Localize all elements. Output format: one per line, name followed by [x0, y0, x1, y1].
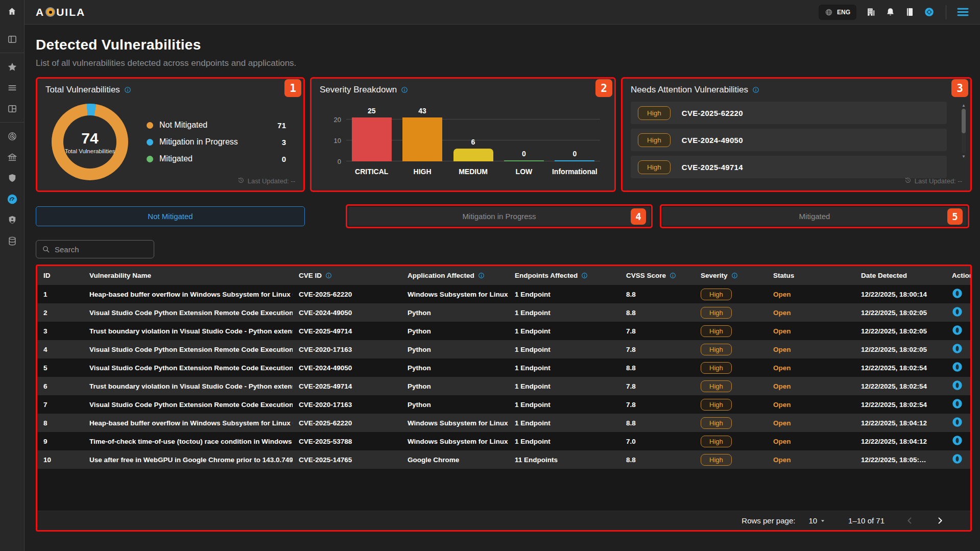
book-icon[interactable]	[905, 7, 915, 17]
sidebar-item-layout-grid[interactable]	[0, 98, 24, 119]
table-row[interactable]: 7 Visual Studio Code Python Extension Re…	[37, 395, 970, 414]
info-icon[interactable]	[325, 272, 332, 279]
view-details-eye-icon[interactable]	[952, 398, 963, 409]
sidebar-item-menu[interactable]	[0, 77, 24, 98]
view-details-eye-icon[interactable]	[952, 417, 963, 427]
tab-mitigated[interactable]: Mitigated	[662, 207, 967, 226]
app-root: A UILA ENG Detected Vulnerabilities List…	[0, 0, 980, 551]
info-icon[interactable]	[752, 86, 759, 93]
language-selector[interactable]: ENG	[819, 5, 856, 20]
cell-date-detected: 12/22/2025, 18:00:14	[855, 291, 946, 298]
view-details-eye-icon[interactable]	[952, 306, 963, 317]
view-details-eye-icon[interactable]	[952, 288, 963, 299]
sidebar-item-database[interactable]	[0, 230, 24, 251]
sidebar-item-radar[interactable]	[0, 126, 24, 147]
cell-id: 10	[37, 456, 83, 464]
cell-cvss-score: 8.8	[620, 456, 695, 464]
view-details-eye-icon[interactable]	[952, 362, 963, 372]
building-icon[interactable]	[866, 7, 876, 17]
cell-actions	[946, 343, 970, 355]
attention-item[interactable]: High CVE-2025-62220	[631, 102, 947, 124]
cell-application-affected: Python	[401, 346, 509, 353]
tab-mitigation-in-progress[interactable]: Mitigation in Progress	[348, 207, 650, 226]
scrollbar-thumb[interactable]	[962, 109, 966, 133]
sidebar-item-shield[interactable]	[0, 167, 24, 188]
y-axis-tick: 20	[328, 116, 341, 124]
cell-cvss-score: 7.8	[620, 382, 695, 390]
table-row[interactable]: 1 Heap-based buffer overflow in Windows …	[37, 285, 970, 303]
table-row[interactable]: 8 Heap-based buffer overflow in Windows …	[37, 414, 970, 432]
column-header-id: ID	[37, 272, 83, 279]
cell-vulnerability-name: Heap-based buffer overflow in Windows Su…	[83, 419, 293, 427]
legend-dot	[147, 122, 153, 129]
attention-scrollbar[interactable]: ▲ ▼	[961, 103, 967, 159]
sidebar-item-gauge[interactable]	[0, 188, 24, 209]
table-row[interactable]: 5 Visual Studio Code Python Extension Re…	[37, 358, 970, 377]
info-icon[interactable]	[478, 272, 485, 279]
legend-value: 0	[282, 155, 286, 163]
column-header-application-affected: Application Affected	[401, 272, 509, 279]
cell-date-detected: 12/22/2025, 18:02:05	[855, 327, 946, 335]
cell-id: 4	[37, 346, 83, 353]
radar-icon	[7, 131, 17, 141]
severity-badge: High	[701, 307, 732, 319]
rows-per-page-select[interactable]: 10	[808, 516, 826, 525]
table-row[interactable]: 3 Trust boundary violation in Visual Stu…	[37, 322, 970, 340]
sidebar-item-shield-user[interactable]	[0, 209, 24, 230]
column-header-cve-id: CVE ID	[293, 272, 401, 279]
search-box[interactable]	[36, 240, 154, 258]
table-row[interactable]: 2 Visual Studio Code Python Extension Re…	[37, 303, 970, 322]
severity-badge: High	[701, 362, 732, 374]
table-pagination: Rows per page: 10 1–10 of 71	[37, 511, 970, 530]
page-subtitle: List of all vulnerabilities detected acr…	[36, 58, 972, 68]
info-icon[interactable]	[731, 272, 738, 279]
scrollbar-track[interactable]	[962, 109, 966, 153]
hamburger-menu-icon[interactable]	[956, 5, 970, 19]
history-clock-icon	[237, 177, 245, 185]
severity-badge: High	[638, 160, 671, 174]
cell-cvss-score: 7.8	[620, 401, 695, 409]
view-details-eye-icon[interactable]	[952, 343, 963, 354]
info-icon[interactable]	[401, 86, 408, 93]
previous-page-button[interactable]	[905, 516, 915, 525]
search-input[interactable]	[55, 245, 148, 254]
cell-id: 1	[37, 291, 83, 298]
table-row[interactable]: 4 Visual Studio Code Python Extension Re…	[37, 340, 970, 358]
table-row[interactable]: 6 Trust boundary violation in Visual Stu…	[37, 377, 970, 395]
sidebar-item-panel-left[interactable]	[0, 29, 24, 50]
sidebar-item-star[interactable]	[0, 56, 24, 77]
tab-not-mitigated[interactable]: Not Mitigated	[36, 206, 305, 226]
info-icon[interactable]	[124, 86, 131, 93]
menu-icon	[7, 83, 17, 93]
view-details-eye-icon[interactable]	[952, 435, 963, 446]
attention-item[interactable]: High CVE-2024-49050	[631, 129, 947, 151]
sidebar-item-home[interactable]	[0, 0, 24, 25]
bar-informational: 0	[549, 117, 600, 161]
app-logo[interactable]: A UILA	[36, 6, 85, 18]
cell-vulnerability-name: Trust boundary violation in Visual Studi…	[83, 327, 293, 335]
view-details-eye-icon[interactable]	[952, 325, 963, 336]
donut-center: 74 Total Vulnerabilities	[63, 115, 116, 169]
next-page-button[interactable]	[935, 516, 945, 525]
bell-icon[interactable]	[886, 7, 895, 17]
view-details-eye-icon[interactable]	[952, 453, 963, 464]
annotation-badge-5: 5	[947, 208, 963, 225]
cell-vulnerability-name: Visual Studio Code Python Extension Remo…	[83, 346, 293, 353]
lifebuoy-icon[interactable]	[924, 7, 934, 17]
view-details-eye-icon[interactable]	[952, 380, 963, 391]
info-icon[interactable]	[581, 272, 588, 279]
scroll-up-icon[interactable]: ▲	[962, 103, 966, 108]
sidebar-item-bank[interactable]	[0, 147, 24, 167]
column-header-actions: Actions	[946, 272, 972, 279]
cell-severity: High	[695, 325, 767, 337]
main-column: A UILA ENG Detected Vulnerabilities List…	[25, 0, 980, 551]
legend-label: Not Mitigated	[159, 121, 207, 130]
scroll-down-icon[interactable]: ▼	[962, 154, 966, 159]
last-updated: Last Updated: --	[237, 177, 295, 185]
info-icon[interactable]	[670, 272, 676, 279]
severity-badge: High	[638, 106, 671, 120]
table-row[interactable]: 10 Use after free in WebGPU in Google Ch…	[37, 450, 970, 469]
table-row[interactable]: 9 Time-of-check time-of-use (toctou) rac…	[37, 432, 970, 450]
attention-item[interactable]: High CVE-2025-49714	[631, 156, 947, 178]
cell-status: Open	[767, 438, 855, 445]
